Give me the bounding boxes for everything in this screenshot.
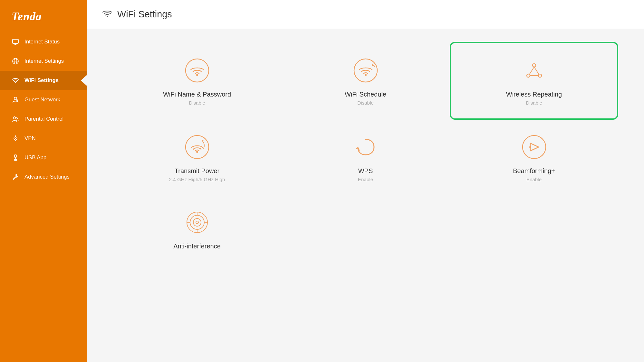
card-beamforming[interactable]: Beamforming+ Enable [450,120,618,195]
sidebar-item-label: Internet Status [24,39,60,45]
usb-icon [12,154,19,162]
svg-line-27 [534,67,539,74]
guest-icon [12,96,19,104]
parental-icon [12,115,19,123]
svg-point-35 [193,218,201,226]
monitor-icon [12,38,19,46]
card-wps[interactable]: WPS Enable [281,120,450,195]
card-subtitle: 2.4 GHz High/5 GHz High [169,177,225,182]
card-subtitle: Disable [357,100,374,106]
card-wireless-repeating[interactable]: Wireless Repeating Disable [450,42,618,120]
wifi-name-password-icon [183,56,212,85]
card-title: WPS [358,167,373,175]
sidebar-item-label: Guest Network [24,97,60,103]
card-subtitle: Disable [189,100,205,106]
wrench-icon [12,173,19,181]
svg-point-12 [15,138,16,139]
card-title: WiFi Name & Password [163,91,231,98]
card-title: Transmit Power [175,167,219,175]
sidebar-item-label: Advanced Settings [24,174,70,180]
beamforming-icon [520,133,549,162]
wifi-icon [12,77,19,84]
svg-point-34 [190,215,204,229]
svg-point-20 [196,74,198,76]
svg-point-9 [14,117,16,119]
svg-point-6 [15,82,16,83]
wireless-repeating-icon [520,56,549,85]
globe-icon [12,57,19,65]
svg-point-23 [533,64,536,67]
svg-rect-15 [14,155,16,157]
svg-point-22 [365,74,367,76]
card-transmit-power[interactable]: Transmit Power 2.4 GHz High/5 GHz High [113,120,281,195]
card-title: Wireless Repeating [506,91,562,98]
sidebar-item-label: USB App [24,154,46,161]
svg-point-30 [196,151,198,153]
settings-grid: WiFi Name & Password Disable WiFi Schedu… [87,29,644,278]
card-wifi-schedule[interactable]: WiFi Schedule Disable [281,42,450,120]
page-header-wifi-icon [102,10,112,19]
sidebar-item-internet-status[interactable]: Internet Status [0,32,87,51]
sidebar-item-label: Parental Control [24,116,63,122]
logo: Tenda [0,0,87,32]
card-title: Beamforming+ [513,167,555,175]
svg-line-26 [530,67,534,74]
svg-point-10 [16,118,18,119]
sidebar-item-label: VPN [24,135,36,142]
sidebar-item-usb-app[interactable]: USB App [0,148,87,167]
sidebar-item-internet-settings[interactable]: Internet Settings [0,51,87,71]
wps-icon [351,133,380,162]
svg-point-24 [527,74,530,77]
svg-point-32 [529,146,531,148]
sidebar-item-guest-network[interactable]: Guest Network [0,90,87,109]
svg-point-29 [186,135,209,159]
card-subtitle: Enable [358,177,373,182]
page-title: WiFi Settings [117,9,172,20]
card-title: WiFi Schedule [345,91,386,98]
page-header: WiFi Settings [87,0,644,29]
svg-point-18 [107,16,108,17]
sidebar-item-label: WiFi Settings [24,77,59,84]
sidebar: Tenda Internet Status Internet Setting [0,0,87,362]
vpn-icon [12,135,19,142]
sidebar-item-parental-control[interactable]: Parental Control [0,109,87,129]
svg-point-25 [538,74,542,77]
sidebar-nav: Internet Status Internet Settings [0,32,87,362]
sidebar-item-label: Internet Settings [24,58,64,64]
svg-rect-0 [13,39,18,43]
sidebar-item-vpn[interactable]: VPN [0,129,87,148]
anti-interference-icon [183,208,212,237]
main-content: WiFi Settings WiFi Name & Password Disab… [87,0,644,362]
transmit-power-icon [183,133,212,162]
svg-point-31 [523,135,546,159]
card-title: Anti-interference [173,243,221,250]
wifi-schedule-icon [351,56,380,85]
svg-point-8 [16,99,18,101]
svg-point-36 [196,221,198,224]
card-subtitle: Disable [526,100,542,106]
card-anti-interference[interactable]: Anti-interference [113,195,281,265]
card-wifi-name-password[interactable]: WiFi Name & Password Disable [113,42,281,120]
card-subtitle: Enable [526,177,542,182]
sidebar-item-wifi-settings[interactable]: WiFi Settings [0,71,87,90]
sidebar-item-advanced-settings[interactable]: Advanced Settings [0,167,87,187]
